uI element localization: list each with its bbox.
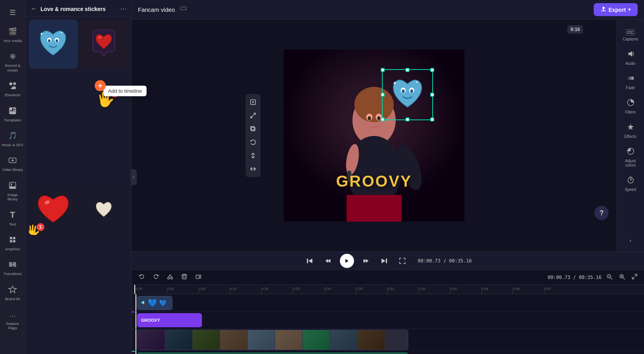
- skip-next-button[interactable]: [378, 255, 390, 267]
- svg-point-1: [13, 83, 16, 85]
- right-tool-fade[interactable]: Fade: [617, 70, 644, 94]
- right-tool-captions[interactable]: CC Captions: [617, 24, 644, 45]
- text-track: GROOVY: [132, 312, 644, 329]
- sidebar-label-record: Record &create: [5, 63, 20, 72]
- sticker-track-content[interactable]: 💙 💙: [136, 294, 644, 311]
- ruler-marks: 0:00 0:04 0:08 0:12 0:16 0:20 0:24 0:28 …: [136, 285, 576, 294]
- selection-handle-tl[interactable]: [381, 68, 385, 72]
- canvas-tool-rotate[interactable]: [247, 136, 259, 148]
- fullscreen-button[interactable]: [396, 255, 408, 267]
- ruler-mark-36: 0:36: [418, 287, 450, 294]
- sidebar-item-elements[interactable]: Elements: [0, 77, 25, 100]
- sidebar-item-video-library[interactable]: Video library: [0, 152, 25, 175]
- export-button[interactable]: Export ▾: [594, 3, 638, 16]
- selection-handle-ml[interactable]: [381, 93, 385, 97]
- video-track-label: [132, 329, 136, 350]
- panel-header: ← Love & romance stickers ⋯: [26, 0, 131, 17]
- sticker-white-heart[interactable]: [79, 186, 128, 235]
- zoom-in-button[interactable]: [617, 272, 627, 282]
- sidebar-item-transitions[interactable]: Transitions: [0, 256, 25, 279]
- back-button[interactable]: ←: [30, 5, 37, 13]
- timeline-expand-button[interactable]: [630, 272, 639, 282]
- undo-button[interactable]: [136, 272, 147, 282]
- canvas-tool-flip-h[interactable]: [247, 163, 259, 175]
- sidebar-item-text[interactable]: T Text: [0, 206, 25, 229]
- redo-button[interactable]: [150, 272, 161, 282]
- sidebar-item-graphics[interactable]: Graphics: [0, 231, 25, 254]
- sticker-blue-heart-char[interactable]: ✦ ✦: [29, 20, 78, 69]
- sidebar-item-record-create[interactable]: ⊕ Record &create: [0, 48, 25, 75]
- svg-marker-70: [363, 259, 366, 263]
- selection-handle-mr[interactable]: [430, 93, 434, 97]
- fast-forward-button[interactable]: [360, 255, 372, 267]
- right-tool-filters[interactable]: Filters: [617, 95, 644, 118]
- image-library-icon: [7, 180, 18, 191]
- speed-icon: [627, 176, 635, 186]
- sidebar-item-your-media[interactable]: 🎬 Your media: [0, 23, 25, 46]
- menu-icon: ☰: [7, 7, 18, 18]
- playback-bar: 00:00.73 / 00:35.16: [132, 251, 644, 270]
- text-clip[interactable]: GROOVY: [137, 313, 202, 327]
- canvas-tool-crop[interactable]: [247, 96, 259, 108]
- selection-handle-bl[interactable]: [381, 117, 385, 121]
- video-track-content[interactable]: [136, 329, 644, 350]
- sidebar-item-brand-kit[interactable]: Brand kit: [0, 281, 25, 304]
- sidebar-label-graphics: Graphics: [5, 247, 20, 251]
- selection-handle-mb[interactable]: [405, 117, 409, 121]
- svg-marker-62: [627, 124, 634, 130]
- your-media-icon: 🎬: [7, 26, 18, 37]
- sticker-red-heart[interactable]: 🖐️ 1: [29, 186, 78, 235]
- sidebar-item-menu[interactable]: ☰: [0, 4, 25, 21]
- zoom-out-button[interactable]: [605, 272, 614, 282]
- sidebar-label-templates: Templates: [4, 118, 21, 122]
- selection-handle-mt[interactable]: [405, 68, 409, 72]
- svg-rect-14: [10, 237, 12, 239]
- sidebar-label-text: Text: [9, 222, 16, 226]
- audio-clip[interactable]: Get going: [137, 352, 408, 354]
- ruler-mark-24: 0:24: [324, 287, 356, 294]
- sticker-on-canvas-selected[interactable]: ✦ ✦: [382, 69, 433, 120]
- video-clip[interactable]: [137, 330, 408, 350]
- delete-button[interactable]: [179, 272, 190, 282]
- right-tool-speed[interactable]: Speed: [617, 172, 644, 196]
- canvas-tool-resize[interactable]: [247, 110, 259, 121]
- video-content: [284, 50, 464, 222]
- play-button[interactable]: [340, 254, 354, 268]
- selection-handle-tr[interactable]: [430, 68, 434, 72]
- sticker-dark-heart[interactable]: [79, 20, 128, 69]
- canvas-area[interactable]: GROOVY: [132, 20, 616, 251]
- right-sidebar-collapse[interactable]: ‹: [629, 233, 631, 248]
- skip-back-button[interactable]: [304, 255, 316, 267]
- rewind-button[interactable]: [322, 255, 334, 267]
- canvas-tool-flip-v[interactable]: [247, 150, 259, 161]
- more-icon: …: [7, 309, 18, 320]
- text-track-content[interactable]: GROOVY: [136, 312, 644, 328]
- right-tool-audio[interactable]: Audio: [617, 46, 644, 70]
- svg-marker-73: [382, 259, 385, 263]
- speed-label: Speed: [625, 187, 636, 192]
- canvas-tool-duplicate[interactable]: [247, 123, 259, 135]
- filters-icon: [627, 99, 635, 108]
- sidebar-label-brand: Brand kit: [5, 297, 20, 301]
- fade-label: Fade: [626, 86, 635, 90]
- captions-icon: CC: [626, 29, 635, 35]
- cut-button[interactable]: [165, 272, 176, 282]
- sidebar-item-feature-flags[interactable]: … FeatureFlags: [0, 306, 25, 334]
- audio-attach-button[interactable]: [193, 272, 204, 282]
- left-sidebar: ☰ 🎬 Your media ⊕ Record &create Elements…: [0, 0, 26, 354]
- ruler-mark-12: 0:12: [230, 287, 261, 294]
- right-tool-adjust-colors[interactable]: Adjustcolors: [617, 143, 644, 171]
- adjust-colors-label: Adjustcolors: [625, 159, 636, 167]
- sticker-clip[interactable]: 💙 💙: [137, 296, 172, 310]
- sidebar-item-templates[interactable]: Templates: [0, 102, 25, 125]
- right-tool-effects[interactable]: Effects: [617, 119, 644, 143]
- elements-icon: [7, 80, 18, 91]
- help-button[interactable]: ?: [594, 206, 609, 220]
- audio-track-content[interactable]: Get going: [136, 351, 644, 354]
- panel-collapse-button[interactable]: ‹: [130, 169, 137, 185]
- selection-handle-br[interactable]: [430, 117, 434, 121]
- sidebar-item-music[interactable]: 🎵 Music & SFX: [0, 127, 25, 150]
- panel-more-button[interactable]: ⋯: [120, 5, 127, 13]
- sidebar-item-image-library[interactable]: Imagelibrary: [0, 177, 25, 205]
- svg-rect-17: [13, 240, 15, 242]
